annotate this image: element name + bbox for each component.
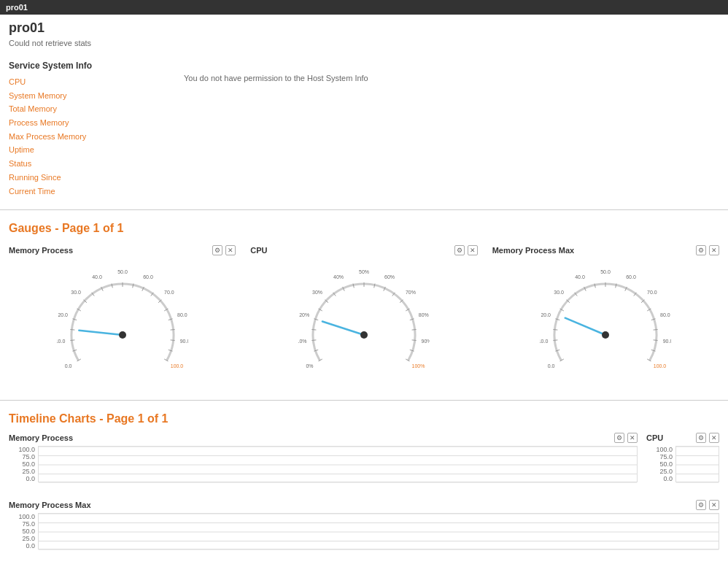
svg-text:70%: 70% <box>406 290 416 296</box>
timeline-gear-0[interactable]: ⚙ <box>614 433 624 443</box>
timeline-header-1: CPU⚙✕ <box>646 433 719 443</box>
gauge-svg-2: 0.010.020.030.040.050.060.070.080.090.01… <box>540 258 671 390</box>
service-info-list: CPUSystem MemoryTotal MemoryProcess Memo… <box>9 75 155 198</box>
y-axis-label: 0.0 <box>646 475 673 482</box>
svg-text:60.0: 60.0 <box>627 274 637 279</box>
timeline-svg-1 <box>676 447 719 483</box>
gauges-section: Gauges - Page 1 of 1 Memory Process⚙✕ 0.… <box>0 215 728 396</box>
top-bar: pro01 <box>0 0 728 15</box>
gauge-title-0: Memory Process <box>9 246 73 255</box>
gauge-svg-1: 0%10%20%30%40%50%60%70%80%90%100% <box>298 258 430 390</box>
error-message: Could not retrieve stats <box>9 39 719 47</box>
gauges-container: Memory Process⚙✕ 0.010.020.030.040.050.0… <box>0 239 728 396</box>
svg-line-18 <box>170 340 174 341</box>
svg-line-66 <box>322 322 364 336</box>
gauge-widget-1: CPU⚙✕ 0%10%20%30%40%50%60%70%80%90%100% <box>250 245 477 390</box>
svg-text:50%: 50% <box>359 269 369 274</box>
svg-text:0.0: 0.0 <box>64 363 71 369</box>
gauge-close-1[interactable]: ✕ <box>468 245 478 255</box>
gauge-svg-container-0: 0.010.020.030.040.050.060.070.080.090.01… <box>9 258 236 390</box>
svg-text:30%: 30% <box>312 290 322 296</box>
timeline-title: Timeline Charts - Page 1 of 1 <box>0 405 728 430</box>
timeline-row-1: Memory Process⚙✕100.075.050.025.00.0CPU⚙… <box>9 433 719 494</box>
svg-text:0%: 0% <box>306 363 313 369</box>
svg-point-33 <box>119 331 126 339</box>
gauge-close-0[interactable]: ✕ <box>225 245 236 255</box>
svg-text:0.0: 0.0 <box>548 363 555 369</box>
gauge-gear-0[interactable]: ⚙ <box>212 245 222 255</box>
svg-text:20.0: 20.0 <box>541 312 551 317</box>
host-info: You do not have permission to the Host S… <box>184 61 368 198</box>
svg-line-71 <box>554 330 558 331</box>
svg-text:100.0: 100.0 <box>170 363 183 369</box>
svg-text:10.0: 10.0 <box>540 339 548 344</box>
service-info-item: System Memory <box>9 89 155 103</box>
gauge-svg-container-1: 0%10%20%30%40%50%60%70%80%90%100% <box>250 258 477 390</box>
service-info-item: Process Memory <box>9 116 155 130</box>
svg-point-67 <box>360 331 368 339</box>
y-axis-label: 25.0 <box>646 468 673 475</box>
timeline-chart-area-2 <box>38 513 719 549</box>
y-axis-label: 100.0 <box>9 446 35 453</box>
timeline-widget-0: Memory Process⚙✕100.075.050.025.00.0 <box>9 433 638 482</box>
timeline-chart-area-1 <box>675 446 719 482</box>
timeline-widgets: Memory Process⚙✕100.075.050.025.00.0CPU⚙… <box>0 430 728 564</box>
y-axis-label: 50.0 <box>646 460 673 468</box>
service-info-item: Status <box>9 157 155 171</box>
svg-text:30.0: 30.0 <box>554 290 565 296</box>
y-axis-label: 50.0 <box>9 528 35 535</box>
svg-line-100 <box>565 318 605 335</box>
timeline-title-label-0: Memory Process <box>9 433 73 442</box>
svg-line-51 <box>412 330 417 331</box>
gauge-close-2[interactable]: ✕ <box>709 245 719 255</box>
top-bar-title: pro01 <box>6 3 28 12</box>
timeline-gear-1[interactable]: ⚙ <box>696 433 706 443</box>
svg-text:60%: 60% <box>384 274 395 279</box>
svg-line-85 <box>654 330 658 331</box>
svg-text:70.0: 70.0 <box>164 290 174 296</box>
info-section: Service System Info CPUSystem MemoryTota… <box>0 53 728 205</box>
gauge-title-1: CPU <box>250 246 267 255</box>
svg-line-17 <box>170 330 174 331</box>
svg-text:80%: 80% <box>419 312 429 317</box>
svg-text:80.0: 80.0 <box>660 312 670 317</box>
gauge-header-2: Memory Process Max⚙✕ <box>492 245 719 255</box>
timeline-header-0: Memory Process⚙✕ <box>9 433 638 443</box>
svg-line-2 <box>70 340 74 341</box>
svg-line-52 <box>412 340 417 341</box>
timeline-y-axis-0: 100.075.050.025.00.0 <box>9 446 38 482</box>
page-title: pro01 <box>9 20 719 36</box>
y-axis-label: 100.0 <box>646 446 673 453</box>
service-system-info: Service System Info CPUSystem MemoryTota… <box>9 61 155 198</box>
svg-line-36 <box>311 340 316 341</box>
svg-text:50.0: 50.0 <box>601 269 611 274</box>
timeline-close-1[interactable]: ✕ <box>709 433 719 443</box>
svg-text:40.0: 40.0 <box>576 274 586 279</box>
timeline-chart-row-2: 100.075.050.025.00.0 <box>9 513 719 549</box>
timeline-close-2[interactable]: ✕ <box>709 500 719 510</box>
service-info-item: Total Memory <box>9 102 155 116</box>
svg-line-3 <box>70 330 74 331</box>
timeline-title-label-1: CPU <box>646 433 663 442</box>
svg-text:90.0: 90.0 <box>179 339 187 344</box>
gauge-gear-1[interactable]: ⚙ <box>454 245 465 255</box>
service-info-item: CPU <box>9 75 155 89</box>
svg-text:100%: 100% <box>412 363 425 369</box>
gauge-widget-2: Memory Process Max⚙✕ 0.010.020.030.040.0… <box>492 245 719 390</box>
timeline-title-label-2: Memory Process Max <box>9 501 91 509</box>
gauge-gear-2[interactable]: ⚙ <box>696 245 706 255</box>
timeline-y-axis-1: 100.075.050.025.00.0 <box>646 446 675 482</box>
svg-text:100.0: 100.0 <box>654 363 667 369</box>
timeline-header-2: Memory Process Max⚙✕ <box>9 500 719 510</box>
divider-2 <box>0 400 728 401</box>
service-info-item: Running Since <box>9 171 155 185</box>
timeline-gear-2[interactable]: ⚙ <box>696 500 706 510</box>
svg-text:60.0: 60.0 <box>143 274 153 279</box>
timeline-chart-row-0: 100.075.050.025.00.0 <box>9 446 638 482</box>
timeline-close-0[interactable]: ✕ <box>627 433 638 443</box>
svg-text:70.0: 70.0 <box>647 290 657 296</box>
divider-1 <box>0 209 728 210</box>
y-axis-label: 100.0 <box>9 513 35 520</box>
y-axis-label: 25.0 <box>9 535 35 542</box>
svg-text:10.0: 10.0 <box>57 339 65 344</box>
